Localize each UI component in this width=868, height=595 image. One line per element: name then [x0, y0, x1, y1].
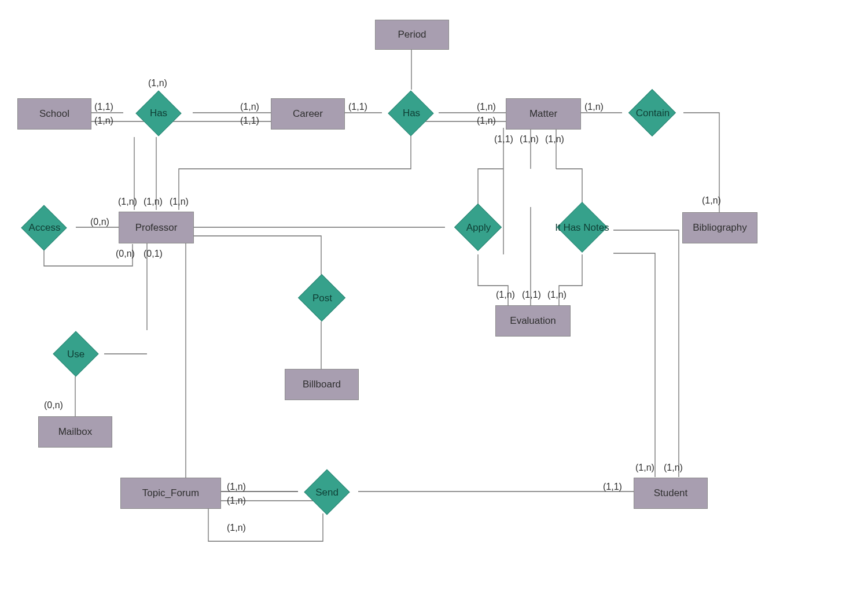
card: (1,n) — [170, 197, 189, 207]
card: (0,1) — [144, 249, 163, 259]
entity-topic-forum: Topic_Forum — [120, 478, 221, 509]
card: (0,n) — [44, 400, 63, 411]
card: (1,n) — [477, 102, 496, 112]
card: (1,n) — [496, 290, 515, 300]
card: (1,n) — [664, 463, 683, 473]
entity-label: Billboard — [303, 379, 341, 390]
rel-has-1 — [135, 90, 181, 136]
card: (1,1) — [522, 290, 541, 300]
entity-label: Bibliography — [693, 222, 747, 234]
entity-career: Career — [271, 98, 345, 130]
entity-label: Evaluation — [510, 315, 556, 327]
entity-label: Topic_Forum — [142, 487, 199, 499]
entity-label: Matter — [529, 108, 557, 120]
card: (1,n) — [227, 523, 246, 533]
card: (1,1) — [494, 134, 513, 145]
rel-apply — [454, 204, 502, 251]
entity-billboard: Billboard — [285, 369, 359, 400]
rel-access — [21, 205, 67, 250]
rel-has-2 — [388, 90, 433, 136]
er-diagram: School Career Period Matter Bibliography… — [0, 0, 868, 595]
entity-school: School — [17, 98, 91, 130]
card: (1,n) — [545, 134, 564, 145]
rel-contain — [628, 89, 676, 136]
card: (1,n) — [148, 78, 167, 88]
card: (1,n) — [94, 116, 113, 126]
entity-period: Period — [375, 20, 449, 50]
entity-student: Student — [634, 478, 708, 509]
card: (0,n) — [90, 217, 109, 227]
card: (1,1) — [603, 482, 622, 492]
entity-label: Career — [293, 108, 323, 120]
card: (1,1) — [240, 116, 259, 126]
entity-label: School — [39, 108, 69, 120]
card: (1,1) — [94, 102, 113, 112]
card: (1,n) — [635, 463, 654, 473]
card: (1,n) — [240, 102, 259, 112]
card: (1,n) — [144, 197, 163, 207]
rel-use — [53, 331, 98, 376]
card: (1,n) — [227, 496, 246, 506]
rel-it-has-notes — [557, 202, 608, 253]
card: (1,n) — [118, 197, 137, 207]
card: (1,1) — [348, 102, 367, 112]
card: (1,n) — [584, 102, 604, 112]
entity-label: Period — [398, 29, 426, 40]
card: (1,n) — [520, 134, 539, 145]
card: (1,n) — [477, 116, 496, 126]
card: (1,n) — [702, 195, 721, 206]
rel-post — [298, 274, 345, 321]
entity-label: Student — [654, 487, 688, 499]
entity-mailbox: Mailbox — [38, 416, 112, 448]
entity-matter: Matter — [506, 98, 581, 130]
entity-label: Mailbox — [58, 426, 93, 438]
card: (1,n) — [547, 290, 567, 300]
card: (1,n) — [227, 482, 246, 492]
entity-evaluation: Evaluation — [495, 305, 571, 337]
entity-label: Professor — [135, 222, 178, 234]
entity-professor: Professor — [119, 212, 194, 243]
rel-send — [304, 469, 350, 515]
card: (0,n) — [116, 249, 135, 259]
entity-bibliography: Bibliography — [682, 212, 757, 243]
